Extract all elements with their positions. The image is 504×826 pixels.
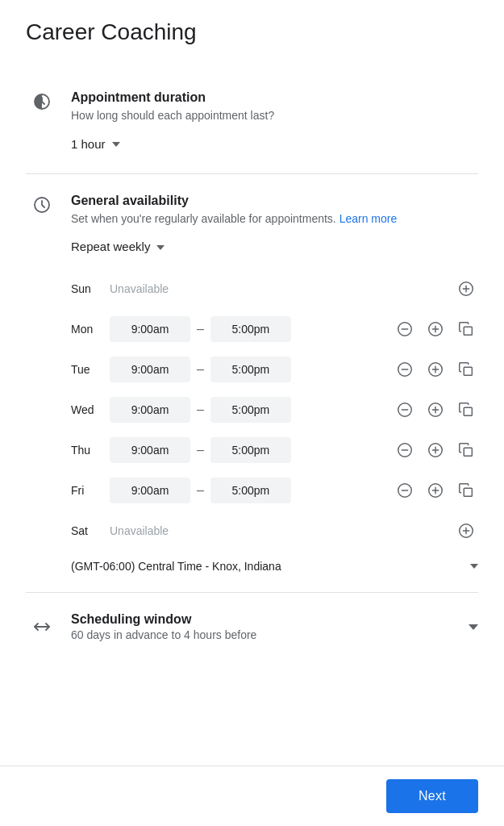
time-separator: –	[197, 322, 204, 336]
end-time-fri[interactable]: 5:00pm	[210, 478, 291, 503]
scheduling-icon	[26, 617, 58, 636]
duration-dropdown[interactable]: 1 hour	[71, 134, 120, 154]
day-row-mon: Mon9:00am–5:00pm	[71, 313, 478, 345]
general-availability-section: General availability Set when you're reg…	[26, 173, 478, 593]
end-time-wed[interactable]: 5:00pm	[210, 397, 291, 423]
timezone-dropdown-arrow	[470, 564, 478, 569]
row-actions-mon	[393, 317, 478, 341]
day-label-mon: Mon	[71, 323, 110, 336]
row-actions-thu	[393, 438, 478, 462]
time-range-thu: 9:00am–5:00pm	[110, 437, 386, 463]
remove-time-btn-fri[interactable]	[393, 478, 417, 503]
general-availability-content: General availability Set when you're reg…	[71, 194, 478, 574]
end-time-mon[interactable]: 5:00pm	[210, 316, 291, 342]
start-time-tue[interactable]: 9:00am	[110, 357, 190, 382]
footer: Next	[0, 766, 504, 826]
add-time-btn-thu[interactable]	[423, 438, 448, 462]
day-row-fri: Fri9:00am–5:00pm	[71, 474, 478, 507]
appointment-duration-section: Appointment duration How long should eac…	[26, 71, 478, 173]
day-label-wed: Wed	[71, 403, 110, 416]
general-availability-subtitle: Set when you're regularly available for …	[71, 211, 478, 227]
svg-rect-11	[464, 407, 472, 415]
arrows-icon	[32, 617, 52, 636]
day-row-sun: SunUnavailable	[71, 273, 478, 305]
day-row-thu: Thu9:00am–5:00pm	[71, 434, 478, 466]
chevron-down-icon	[469, 624, 478, 630]
page-title: Career Coaching	[26, 19, 478, 45]
time-separator: –	[197, 443, 204, 457]
row-actions-sat	[454, 519, 478, 543]
availability-icon	[26, 195, 58, 215]
day-row-wed: Wed9:00am–5:00pm	[71, 394, 478, 426]
scheduling-window-section: Scheduling window 60 days in advance to …	[26, 592, 478, 661]
timezone-text: (GMT-06:00) Central Time - Knox, Indiana	[71, 560, 464, 573]
learn-more-link[interactable]: Learn more	[339, 212, 398, 225]
svg-rect-5	[464, 327, 472, 335]
scheduling-subtitle: 60 days in advance to 4 hours before	[71, 628, 462, 641]
copy-time-btn-wed[interactable]	[454, 398, 478, 422]
time-separator: –	[197, 362, 204, 377]
start-time-thu[interactable]: 9:00am	[110, 437, 190, 463]
time-range-wed: 9:00am–5:00pm	[110, 397, 386, 423]
copy-time-btn-fri[interactable]	[454, 478, 478, 503]
general-availability-title: General availability	[71, 194, 478, 208]
remove-time-btn-mon[interactable]	[393, 317, 417, 341]
appointment-duration-content: Appointment duration How long should eac…	[71, 90, 478, 154]
add-time-btn-sun[interactable]	[454, 277, 478, 301]
timezone-row[interactable]: (GMT-06:00) Central Time - Knox, Indiana	[71, 560, 478, 573]
add-time-btn-wed[interactable]	[423, 398, 448, 422]
repeat-dropdown[interactable]: Repeat weekly	[71, 236, 165, 257]
start-time-fri[interactable]: 9:00am	[110, 478, 190, 503]
day-row-tue: Tue9:00am–5:00pm	[71, 353, 478, 386]
start-time-wed[interactable]: 9:00am	[110, 397, 190, 423]
day-row-sat: SatUnavailable	[71, 515, 478, 547]
day-label-tue: Tue	[71, 363, 110, 376]
time-range-mon: 9:00am–5:00pm	[110, 316, 386, 342]
time-separator: –	[197, 483, 204, 498]
availability-grid: SunUnavailableMon9:00am–5:00pmTue9:00am–…	[71, 273, 478, 547]
start-time-mon[interactable]: 9:00am	[110, 316, 190, 342]
row-actions-wed	[393, 398, 478, 422]
repeat-dropdown-arrow	[156, 245, 165, 250]
add-time-btn-sat[interactable]	[454, 519, 478, 543]
duration-icon	[32, 92, 52, 111]
appointment-duration-subtitle: How long should each appointment last?	[71, 108, 478, 124]
duration-dropdown-arrow	[112, 142, 120, 147]
svg-rect-17	[464, 488, 472, 496]
svg-rect-8	[464, 367, 472, 375]
remove-time-btn-wed[interactable]	[393, 398, 417, 422]
day-label-sat: Sat	[71, 524, 110, 537]
row-actions-sun	[454, 277, 478, 301]
svg-rect-14	[464, 448, 472, 456]
unavailable-text-sat: Unavailable	[110, 524, 448, 537]
row-actions-tue	[393, 357, 478, 382]
day-label-fri: Fri	[71, 484, 110, 497]
end-time-thu[interactable]: 5:00pm	[210, 437, 291, 463]
time-range-fri: 9:00am–5:00pm	[110, 478, 386, 503]
scheduling-content: Scheduling window 60 days in advance to …	[71, 612, 462, 641]
scheduling-expand-btn[interactable]	[469, 624, 478, 630]
time-separator: –	[197, 403, 204, 417]
copy-time-btn-mon[interactable]	[454, 317, 478, 341]
end-time-tue[interactable]: 5:00pm	[210, 357, 291, 382]
next-button[interactable]: Next	[386, 779, 478, 813]
appointment-duration-title: Appointment duration	[71, 90, 478, 105]
add-time-btn-tue[interactable]	[423, 357, 448, 382]
row-actions-fri	[393, 478, 478, 503]
day-label-thu: Thu	[71, 444, 110, 457]
clock-half-icon	[26, 92, 58, 111]
day-label-sun: Sun	[71, 282, 110, 295]
repeat-value: Repeat weekly	[71, 240, 150, 253]
remove-time-btn-tue[interactable]	[393, 357, 417, 382]
copy-time-btn-tue[interactable]	[454, 357, 478, 382]
copy-time-btn-thu[interactable]	[454, 438, 478, 462]
add-time-btn-fri[interactable]	[423, 478, 448, 503]
availability-subtitle-text: Set when you're regularly available for …	[71, 212, 336, 225]
clock-icon	[32, 195, 52, 215]
remove-time-btn-thu[interactable]	[393, 438, 417, 462]
time-range-tue: 9:00am–5:00pm	[110, 357, 386, 382]
duration-value: 1 hour	[71, 137, 106, 151]
add-time-btn-mon[interactable]	[423, 317, 448, 341]
unavailable-text-sun: Unavailable	[110, 282, 448, 295]
scheduling-title: Scheduling window	[71, 612, 462, 627]
